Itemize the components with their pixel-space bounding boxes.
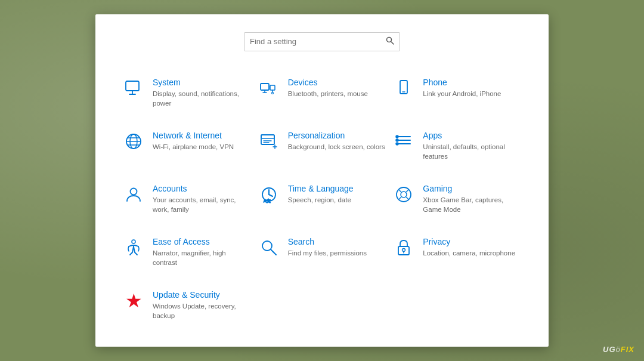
svg-line-41 [271,249,276,255]
system-icon [123,78,144,99]
settings-item-phone[interactable]: Phone Link your Android, iPhone [389,75,525,110]
gaming-title: Gaming [423,184,521,193]
apps-icon [393,131,414,152]
svg-point-27 [396,143,398,145]
settings-item-system[interactable]: System Display, sound, notifications, po… [119,75,255,110]
time-title: Time & Language [288,184,386,193]
settings-item-update[interactable]: ★ Update & Security Windows Update, reco… [119,288,255,323]
phone-icon [393,78,414,99]
settings-grid: System Display, sound, notifications, po… [119,75,525,323]
svg-point-28 [131,188,137,195]
svg-line-37 [399,197,401,199]
settings-item-ease[interactable]: Ease of Access Narrator, magnifier, high… [119,235,255,270]
settings-item-personalization[interactable]: Personalization Background, lock screen,… [255,128,390,163]
phone-title: Phone [423,78,521,87]
time-icon: A文 [258,184,280,205]
search-settings-icon [258,237,280,258]
personalization-title: Personalization [288,131,386,140]
search-input[interactable] [250,37,386,46]
gaming-desc: Xbox Game Bar, captures, Game Mode [423,195,521,214]
network-desc: Wi-Fi, airplane mode, VPN [153,142,251,152]
svg-line-35 [399,190,401,192]
accounts-icon [123,184,144,205]
privacy-icon [393,237,414,258]
settings-item-apps[interactable]: Apps Uninstall, defaults, optional featu… [389,128,525,163]
svg-rect-42 [398,246,409,255]
svg-rect-2 [126,81,139,91]
personalization-icon [258,131,280,152]
svg-rect-6 [270,85,275,90]
update-desc: Windows Update, recovery, backup [153,301,251,320]
svg-point-34 [401,192,407,198]
system-desc: Display, sound, notifications, power [153,89,251,108]
settings-item-accounts[interactable]: Accounts Your accounts, email, sync, wor… [119,181,255,217]
settings-item-devices[interactable]: Devices Bluetooth, printers, mouse [255,75,390,110]
watermark: UGöFIX [603,345,634,354]
svg-line-31 [269,195,273,196]
svg-point-25 [396,135,398,138]
privacy-title: Privacy [423,237,521,246]
search-bar-row [119,32,525,51]
system-title: System [153,78,251,87]
svg-point-10 [271,92,273,94]
devices-desc: Bluetooth, printers, mouse [288,89,386,98]
settings-window: System Display, sound, notifications, po… [95,14,549,347]
accounts-desc: Your accounts, email, sync, work, family [153,195,251,214]
settings-item-time[interactable]: A文 Time & Language Speech, region, date [255,181,390,217]
devices-title: Devices [288,78,386,87]
settings-item-network[interactable]: Network & Internet Wi-Fi, airplane mode,… [119,128,255,163]
personalization-desc: Background, lock screen, colors [288,142,386,152]
apps-title: Apps [423,131,521,140]
privacy-desc: Location, camera, microphone [423,248,521,258]
phone-desc: Link your Android, iPhone [423,89,521,98]
gaming-icon [393,184,414,205]
search-desc: Find my files, permissions [288,248,386,258]
settings-item-gaming[interactable]: Gaming Xbox Game Bar, captures, Game Mod… [389,181,525,217]
ease-desc: Narrator, magnifier, high contrast [153,248,251,267]
search-icon [386,36,394,47]
network-title: Network & Internet [153,131,251,140]
update-title: Update & Security [153,290,251,300]
network-icon [123,131,144,152]
settings-item-search[interactable]: Search Find my files, permissions [255,235,390,270]
svg-line-38 [407,197,409,199]
settings-item-privacy[interactable]: Privacy Location, camera, microphone [389,235,525,270]
search-bar[interactable] [244,32,400,51]
time-desc: Speech, region, date [288,195,386,205]
svg-point-43 [402,249,405,252]
apps-desc: Uninstall, defaults, optional features [423,142,521,161]
svg-text:A文: A文 [264,199,271,203]
svg-rect-5 [261,84,269,90]
svg-line-1 [391,42,394,44]
search-title: Search [288,237,386,246]
ease-title: Ease of Access [153,237,251,246]
update-icon: ★ [123,290,144,311]
ease-icon [123,237,144,258]
devices-icon [258,78,280,99]
svg-point-26 [396,139,398,141]
accounts-title: Accounts [153,184,251,193]
svg-point-39 [132,240,135,243]
svg-line-36 [407,190,409,192]
